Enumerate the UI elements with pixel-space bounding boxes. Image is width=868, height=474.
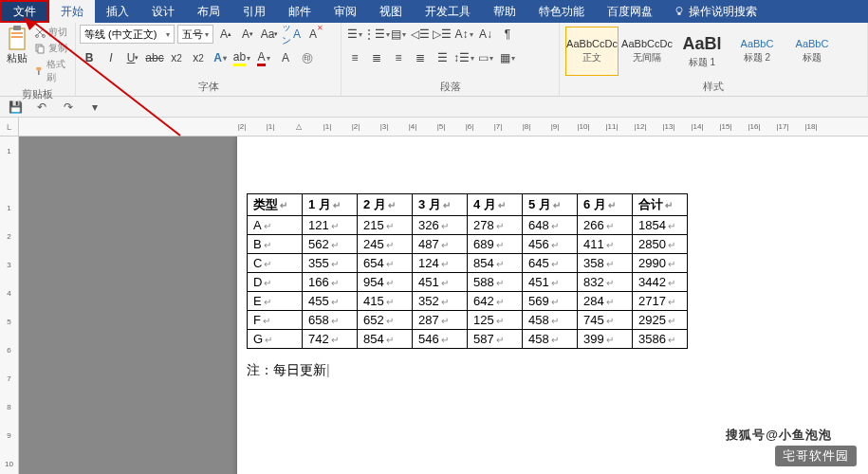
grow-font-button[interactable]: A▴ (216, 25, 235, 44)
sort-button[interactable]: A↓ (476, 25, 495, 44)
style-item[interactable]: AaBbC标题 2 (730, 27, 784, 76)
char-border-button[interactable]: A (276, 48, 295, 67)
distribute-button[interactable]: ☰ (433, 48, 452, 67)
tab-references[interactable]: 引用 (231, 0, 277, 23)
table-row[interactable]: G7428545465874583993586 (248, 330, 688, 349)
group-label-paragraph: 段落 (345, 78, 555, 96)
svg-point-6 (36, 35, 39, 38)
tab-developer[interactable]: 开发工具 (414, 0, 482, 23)
watermark-2: 宅哥软件园 (775, 446, 857, 466)
italic-button[interactable]: I (102, 48, 120, 67)
multilevel-button[interactable]: ▤ (389, 25, 408, 44)
shading-button[interactable]: ▭ (476, 48, 495, 67)
borders-button[interactable]: ▦ (498, 48, 517, 67)
svg-rect-4 (11, 32, 23, 34)
menu-bar: 文件 开始 插入 设计 布局 引用 邮件 审阅 视图 开发工具 帮助 特色功能 … (0, 0, 868, 23)
change-case-button[interactable]: Aa▾ (260, 25, 279, 44)
clear-format-button[interactable]: A✕ (304, 25, 323, 44)
strikethrough-button[interactable]: abc (145, 48, 164, 67)
qat-customize-button[interactable]: ▾ (85, 98, 104, 117)
tab-insert[interactable]: 插入 (95, 0, 140, 23)
style-item[interactable]: AaBbCcDc正文 (565, 27, 619, 76)
tab-file[interactable]: 文件 (0, 0, 49, 23)
text-effects-button[interactable]: A (211, 48, 230, 67)
tab-mailings[interactable]: 邮件 (277, 0, 323, 23)
tab-layout[interactable]: 布局 (186, 0, 231, 23)
ruler-corner: L (0, 118, 19, 137)
highlight-button[interactable]: ab (232, 48, 251, 67)
phonetic-button[interactable]: ッンA (282, 25, 301, 44)
font-name-select[interactable]: 等线 (中文正文)▾ (80, 25, 175, 44)
paragraph-group: ☰ ⋮☰ ▤ ◁☰ ▷☰ A↕ A↓ ¶ ≡ ≣ ≡ ≣ ☰ ↕☰ ▭ ▦ 段落 (342, 23, 560, 96)
table-header[interactable]: 5 月 (523, 194, 578, 216)
styles-group: AaBbCcDc正文AaBbCcDc无间隔AaBl标题 1AaBbC标题 2Aa… (560, 23, 868, 96)
table-row[interactable]: C3556541248546453582990 (248, 254, 688, 273)
styles-gallery[interactable]: AaBbCcDc正文AaBbCcDc无间隔AaBl标题 1AaBbC标题 2Aa… (563, 25, 840, 78)
svg-rect-11 (38, 70, 40, 75)
scissors-icon (34, 27, 46, 38)
tab-review[interactable]: 审阅 (323, 0, 368, 23)
table-row[interactable]: E4554153526425692842717 (248, 292, 688, 311)
superscript-button[interactable]: x2 (189, 48, 208, 67)
tab-design[interactable]: 设计 (140, 0, 186, 23)
style-item[interactable]: AaBbCcDc无间隔 (620, 27, 674, 76)
line-spacing-button[interactable]: ↕☰ (454, 48, 473, 67)
tab-baidu[interactable]: 百度网盘 (596, 0, 664, 23)
tab-view[interactable]: 视图 (368, 0, 414, 23)
table-header[interactable]: 合计 (633, 194, 688, 216)
page[interactable]: 类型1 月2 月3 月4 月5 月6 月合计 A1212153262786482… (237, 137, 868, 474)
brush-icon (34, 65, 44, 77)
table-header[interactable]: 6 月 (578, 194, 633, 216)
clipboard-group: 粘贴 剪切 复制 格式刷 剪贴板 (0, 23, 76, 96)
tab-features[interactable]: 特色功能 (527, 0, 596, 23)
align-center-button[interactable]: ≣ (367, 48, 386, 67)
table-header[interactable]: 3 月 (413, 194, 468, 216)
increase-indent-button[interactable]: ▷☰ (433, 25, 452, 44)
tab-help[interactable]: 帮助 (482, 0, 527, 23)
tell-me-search[interactable]: 操作说明搜索 (674, 0, 757, 23)
font-group: 等线 (中文正文)▾ 五号▾ A▴ A▾ Aa▾ ッンA A✕ B I U▾ a… (76, 23, 342, 96)
table-header[interactable]: 2 月 (358, 194, 413, 216)
style-item[interactable]: AaBl标题 1 (675, 27, 729, 76)
watermark-1: 搜狐号@小鱼泡泡 (718, 425, 840, 446)
horizontal-ruler: |2||1|△|1||2||3||4||5||6||7||8||9||10||1… (19, 118, 868, 137)
underline-button[interactable]: U▾ (123, 48, 142, 67)
justify-button[interactable]: ≣ (411, 48, 430, 67)
svg-rect-5 (11, 36, 23, 38)
table-row[interactable]: A1212153262786482661854 (248, 216, 688, 235)
tab-home[interactable]: 开始 (49, 0, 95, 23)
shrink-font-button[interactable]: A▾ (238, 25, 257, 44)
document-area[interactable]: 类型1 月2 月3 月4 月5 月6 月合计 A1212153262786482… (19, 137, 868, 474)
paste-button[interactable]: 粘贴 (4, 25, 30, 65)
show-marks-button[interactable]: ¶ (498, 25, 517, 44)
table-header[interactable]: 类型 (248, 194, 303, 216)
enclose-button[interactable]: ㊞ (298, 48, 317, 67)
table-row[interactable]: B5622454876894564112850 (248, 235, 688, 254)
svg-rect-3 (13, 26, 21, 30)
copy-button[interactable]: 复制 (32, 41, 71, 56)
note-text[interactable]: 注：每日更新| (247, 362, 868, 379)
style-item[interactable]: AaBbC标题 (785, 27, 839, 76)
quick-access-toolbar: 💾 ↶ ↷ ▾ (0, 97, 868, 118)
copy-icon (34, 43, 46, 54)
bullets-button[interactable]: ☰ (345, 25, 364, 44)
table-header[interactable]: 1 月 (303, 194, 358, 216)
numbering-button[interactable]: ⋮☰ (367, 25, 386, 44)
clipboard-icon (6, 25, 28, 51)
format-painter-button[interactable]: 格式刷 (32, 57, 71, 85)
svg-rect-1 (678, 13, 681, 15)
font-color-button[interactable]: A (254, 48, 273, 67)
table-row[interactable]: F6586522871254587452925 (248, 311, 688, 330)
bold-button[interactable]: B (80, 48, 99, 67)
group-label-clipboard: 剪贴板 (4, 85, 71, 103)
data-table[interactable]: 类型1 月2 月3 月4 月5 月6 月合计 A1212153262786482… (247, 193, 688, 349)
decrease-indent-button[interactable]: ◁☰ (411, 25, 430, 44)
table-row[interactable]: D1669544515884518323442 (248, 273, 688, 292)
table-header[interactable]: 4 月 (468, 194, 523, 216)
subscript-button[interactable]: x2 (167, 48, 186, 67)
text-direction-button[interactable]: A↕ (454, 25, 473, 44)
cut-button[interactable]: 剪切 (32, 25, 71, 40)
font-size-select[interactable]: 五号▾ (177, 25, 213, 44)
align-left-button[interactable]: ≡ (345, 48, 364, 67)
align-right-button[interactable]: ≡ (389, 48, 408, 67)
